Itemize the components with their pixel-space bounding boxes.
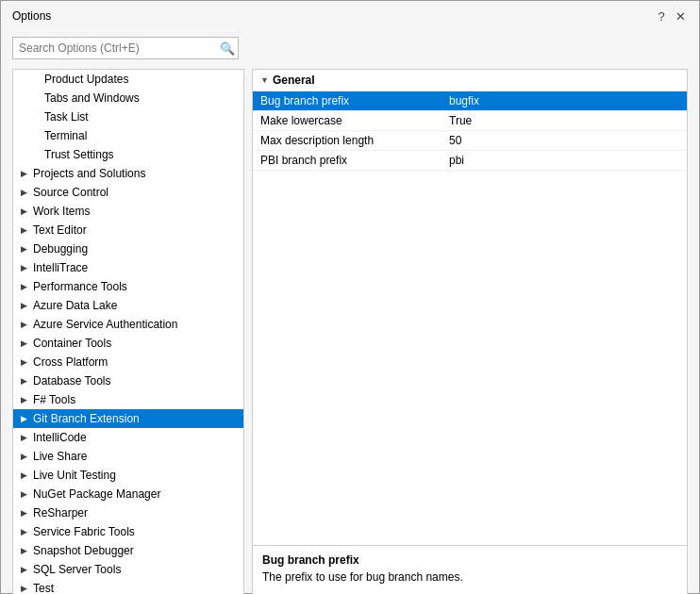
- tree-label-nuget-package-manager: NuGet Package Manager: [33, 487, 160, 501]
- tree-arrow-resharper: ▶: [21, 508, 30, 518]
- tree-arrow-git-branch-extension: ▶: [21, 414, 30, 423]
- description-title: Bug branch prefix: [262, 553, 677, 567]
- tree-label-sql-server-tools: SQL Server Tools: [33, 563, 121, 576]
- tree-item-debugging[interactable]: ▶Debugging: [13, 239, 243, 258]
- tree-arrow-intellitrace: ▶: [21, 263, 30, 272]
- tree-arrow-service-fabric-tools: ▶: [21, 527, 30, 536]
- prop-key-make-lowercase: Make lowercase: [253, 111, 442, 130]
- tree-arrow-nuget-package-manager: ▶: [21, 489, 30, 499]
- tree-item-trust-settings[interactable]: Trust Settings: [13, 145, 243, 164]
- search-wrapper: 🔍: [12, 37, 239, 59]
- tree-arrow-source-control: ▶: [21, 188, 30, 197]
- tree-arrow-azure-service-auth: ▶: [21, 320, 30, 329]
- prop-row-bug-branch-prefix[interactable]: Bug branch prefixbugfix: [253, 91, 687, 111]
- tree-item-work-items[interactable]: ▶Work Items: [13, 202, 243, 221]
- search-icon-button[interactable]: 🔍: [220, 41, 235, 56]
- prop-key-max-desc-length: Max description length: [253, 131, 442, 150]
- tree-item-text-editor[interactable]: ▶Text Editor: [13, 221, 243, 239]
- tree-item-product-updates[interactable]: Product Updates: [13, 70, 243, 89]
- tree-item-task-list[interactable]: Task List: [13, 107, 243, 126]
- tree-label-fsharp-tools: F# Tools: [33, 393, 75, 406]
- tree-label-trust-settings: Trust Settings: [44, 148, 114, 161]
- tree-item-container-tools[interactable]: ▶Container Tools: [13, 334, 243, 353]
- prop-key-pbi-branch-prefix: PBI branch prefix: [253, 151, 442, 170]
- tree-item-live-share[interactable]: ▶Live Share: [13, 447, 243, 466]
- title-bar-controls: ? ✕: [654, 8, 688, 24]
- help-button[interactable]: ?: [654, 8, 669, 24]
- section-header: ▼ General: [253, 70, 687, 91]
- tree-arrow-snapshot-debugger: ▶: [21, 546, 30, 555]
- tree-item-cross-platform[interactable]: ▶Cross Platform: [13, 353, 243, 371]
- tree-arrow-live-share: ▶: [21, 452, 30, 461]
- tree-label-cross-platform: Cross Platform: [33, 355, 108, 369]
- tree-item-resharper[interactable]: ▶ReSharper: [13, 503, 243, 522]
- prop-val-bug-branch-prefix: bugfix: [442, 91, 687, 110]
- tree-item-tabs-windows[interactable]: Tabs and Windows: [13, 89, 243, 107]
- tree-label-debugging: Debugging: [33, 242, 88, 256]
- tree-label-live-share: Live Share: [33, 450, 87, 463]
- section-collapse-arrow[interactable]: ▼: [260, 75, 269, 85]
- prop-val-max-desc-length: 50: [442, 131, 687, 150]
- tree-label-test: Test: [33, 582, 54, 594]
- tree-item-database-tools[interactable]: ▶Database Tools: [13, 371, 243, 390]
- tree-arrow-projects-solutions: ▶: [21, 169, 30, 178]
- dialog-title: Options: [12, 9, 51, 23]
- tree-label-terminal: Terminal: [44, 129, 87, 142]
- tree-arrow-intellicode: ▶: [21, 433, 30, 442]
- tree-arrow-text-editor: ▶: [21, 225, 30, 235]
- tree-item-performance-tools[interactable]: ▶Performance Tools: [13, 277, 243, 296]
- options-dialog: Options ? ✕ 🔍 Product UpdatesTabs and Wi…: [0, 0, 700, 594]
- right-panel: ▼ General Bug branch prefixbugfixMake lo…: [252, 69, 688, 594]
- prop-row-pbi-branch-prefix[interactable]: PBI branch prefixpbi: [253, 151, 687, 171]
- tree-panel: Product UpdatesTabs and WindowsTask List…: [12, 69, 244, 594]
- tree-arrow-azure-data-lake: ▶: [21, 301, 30, 310]
- tree-item-projects-solutions[interactable]: ▶Projects and Solutions: [13, 164, 243, 183]
- prop-row-max-desc-length[interactable]: Max description length50: [253, 131, 687, 151]
- tree-item-azure-data-lake[interactable]: ▶Azure Data Lake: [13, 296, 243, 315]
- properties-table: Bug branch prefixbugfixMake lowercaseTru…: [253, 91, 687, 171]
- prop-val-pbi-branch-prefix: pbi: [442, 151, 687, 170]
- prop-key-bug-branch-prefix: Bug branch prefix: [253, 91, 442, 110]
- tree-label-tabs-windows: Tabs and Windows: [44, 91, 140, 105]
- tree-item-intellitrace[interactable]: ▶IntelliTrace: [13, 258, 243, 277]
- prop-row-make-lowercase[interactable]: Make lowercaseTrue: [253, 111, 687, 131]
- description-text: The prefix to use for bug branch names.: [262, 570, 677, 584]
- tree-label-projects-solutions: Projects and Solutions: [33, 167, 145, 180]
- tree-label-service-fabric-tools: Service Fabric Tools: [33, 525, 135, 538]
- tree-item-nuget-package-manager[interactable]: ▶NuGet Package Manager: [13, 485, 243, 503]
- search-row: 🔍: [12, 37, 688, 59]
- tree-item-service-fabric-tools[interactable]: ▶Service Fabric Tools: [13, 522, 243, 541]
- tree-label-intellitrace: IntelliTrace: [33, 261, 88, 274]
- content-area: Product UpdatesTabs and WindowsTask List…: [12, 69, 688, 594]
- tree-item-intellicode[interactable]: ▶IntelliCode: [13, 428, 243, 447]
- tree-arrow-performance-tools: ▶: [21, 282, 30, 291]
- tree-item-terminal[interactable]: Terminal: [13, 126, 243, 145]
- tree-item-live-unit-testing[interactable]: ▶Live Unit Testing: [13, 466, 243, 485]
- tree-item-sql-server-tools[interactable]: ▶SQL Server Tools: [13, 560, 243, 579]
- close-button[interactable]: ✕: [673, 8, 688, 24]
- tree-item-test[interactable]: ▶Test: [13, 579, 243, 594]
- search-input[interactable]: [12, 37, 239, 59]
- description-area: Bug branch prefix The prefix to use for …: [252, 546, 688, 594]
- tree-item-azure-service-auth[interactable]: ▶Azure Service Authentication: [13, 315, 243, 334]
- tree-item-source-control[interactable]: ▶Source Control: [13, 183, 243, 202]
- title-bar: Options ? ✕: [1, 1, 699, 29]
- tree-label-task-list: Task List: [44, 110, 89, 124]
- tree-arrow-work-items: ▶: [21, 206, 30, 216]
- tree-label-text-editor: Text Editor: [33, 223, 87, 237]
- tree-item-snapshot-debugger[interactable]: ▶Snapshot Debugger: [13, 541, 243, 560]
- tree-label-product-updates: Product Updates: [44, 73, 128, 86]
- tree-label-performance-tools: Performance Tools: [33, 280, 127, 293]
- tree-label-source-control: Source Control: [33, 186, 108, 199]
- prop-val-make-lowercase: True: [442, 111, 687, 130]
- tree-arrow-fsharp-tools: ▶: [21, 395, 30, 404]
- tree-label-live-unit-testing: Live Unit Testing: [33, 469, 116, 482]
- dialog-body: 🔍 Product UpdatesTabs and WindowsTask Li…: [1, 29, 699, 594]
- tree-item-fsharp-tools[interactable]: ▶F# Tools: [13, 390, 243, 409]
- tree-arrow-container-tools: ▶: [21, 338, 30, 348]
- tree-arrow-database-tools: ▶: [21, 376, 30, 386]
- tree-item-git-branch-extension[interactable]: ▶Git Branch Extension: [13, 409, 243, 428]
- tree-arrow-test: ▶: [21, 584, 30, 593]
- tree-label-git-branch-extension: Git Branch Extension: [33, 412, 140, 425]
- tree-label-container-tools: Container Tools: [33, 337, 111, 350]
